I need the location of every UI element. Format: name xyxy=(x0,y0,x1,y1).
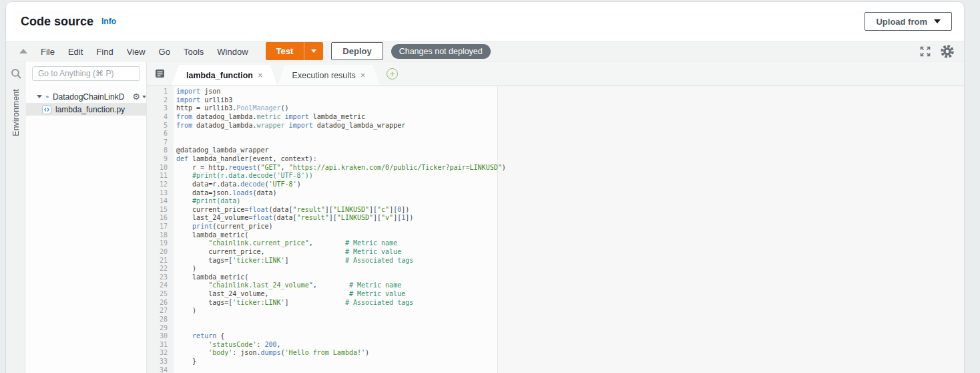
line-number: 1 xyxy=(147,88,168,96)
test-split-button[interactable]: Test xyxy=(266,42,324,60)
line-number: 15 xyxy=(147,206,168,215)
code-line[interactable]: last_24_volume, # Metric value xyxy=(176,290,964,299)
panel-header: Code source Info Upload from xyxy=(6,2,964,41)
menu-item-edit[interactable]: Edit xyxy=(61,47,89,57)
tree-expand-caret-icon[interactable] xyxy=(37,95,42,98)
line-number: 8 xyxy=(147,146,168,155)
code-line[interactable]: "chainlink.last_24_volume", # Metric nam… xyxy=(176,281,964,290)
code-line[interactable]: ) xyxy=(176,307,964,316)
line-number: 22 xyxy=(147,265,168,273)
tab-close-icon[interactable]: × xyxy=(360,70,366,80)
code-line[interactable]: 'body': json.dumps('Hello from Lambda!') xyxy=(176,349,964,358)
code-line[interactable]: def lambda_handler(event, context): xyxy=(176,155,964,164)
file-name[interactable]: lambda_function.py xyxy=(55,105,125,114)
settings-gear-icon[interactable] xyxy=(940,44,955,59)
tree-folder-row[interactable]: DatadogChainLinkD ⚙ xyxy=(26,90,146,103)
code-line[interactable]: lambda_metric( xyxy=(176,231,964,240)
collapse-panel-icon[interactable] xyxy=(19,49,27,53)
file-tree-panel: DatadogChainLinkD ⚙ lambda_function.py xyxy=(26,61,146,373)
code-line[interactable]: @datadog_lambda_wrapper xyxy=(176,146,964,155)
code-line[interactable]: 'statusCode': 200, xyxy=(176,341,964,350)
menu-item-view[interactable]: View xyxy=(120,47,152,57)
menu-item-tools[interactable]: Tools xyxy=(177,47,210,57)
menu-item-window[interactable]: Window xyxy=(210,47,254,57)
line-number: 28 xyxy=(147,316,168,324)
code-line[interactable]: current_price, # Metric value xyxy=(176,248,964,257)
chevron-down-icon xyxy=(311,49,316,53)
code-line[interactable] xyxy=(176,316,964,324)
code-line[interactable]: from datadog_lambda.wrapper import datad… xyxy=(176,122,964,130)
code-line[interactable]: "chainlink.current_price", # Metric name xyxy=(176,239,964,248)
menu-item-file[interactable]: File xyxy=(34,47,61,57)
line-number: 9 xyxy=(147,155,168,164)
code-area[interactable]: import jsonimport urllib3http = urllib3.… xyxy=(174,86,964,373)
code-line[interactable]: return { xyxy=(176,332,964,341)
code-line[interactable] xyxy=(176,324,964,333)
upload-from-label: Upload from xyxy=(876,17,927,27)
tab-execution-results[interactable]: Execution results× xyxy=(278,65,381,86)
code-line[interactable]: current_price=float(data["result"]["LINK… xyxy=(176,206,964,215)
menu-item-go[interactable]: Go xyxy=(152,47,177,57)
tab-list-icon[interactable] xyxy=(155,69,165,78)
line-number: 7 xyxy=(147,138,168,147)
code-line[interactable]: r = http.request("GET", "https://api.kra… xyxy=(176,164,964,172)
code-line[interactable] xyxy=(176,138,964,147)
code-line[interactable]: import json xyxy=(176,88,964,96)
code-lines: import jsonimport urllib3http = urllib3.… xyxy=(176,88,964,373)
code-source-panel: Code source Info Upload from FileEditFin… xyxy=(5,1,965,373)
line-number: 2 xyxy=(147,96,168,105)
line-number: 21 xyxy=(147,257,168,265)
new-tab-icon[interactable]: + xyxy=(387,68,398,80)
line-number: 30 xyxy=(147,332,168,341)
page-title: Code source xyxy=(21,15,93,29)
tree-file-row[interactable]: lambda_function.py xyxy=(26,103,146,116)
line-number: 31 xyxy=(147,341,168,350)
status-badge: Changes not deployed xyxy=(391,44,491,59)
line-number: 29 xyxy=(147,324,168,333)
code-line[interactable]: from datadog_lambda.metric import lambda… xyxy=(176,113,964,122)
code-line[interactable]: data=r.data.decode('UTF-8') xyxy=(176,180,964,189)
line-number: 25 xyxy=(147,290,168,299)
folder-settings-gear-icon[interactable]: ⚙ xyxy=(132,92,146,102)
line-number: 27 xyxy=(147,307,168,316)
gutter: 1234567891011121314151617181920212223242… xyxy=(147,86,174,373)
test-button[interactable]: Test xyxy=(266,42,304,60)
code-line[interactable]: } xyxy=(176,358,964,366)
folder-name[interactable]: DatadogChainLinkD xyxy=(53,92,124,102)
code-line[interactable]: lambda_metric( xyxy=(176,273,964,282)
code-line[interactable]: last_24_volume=float(data["result"]["LIN… xyxy=(176,214,964,223)
search-icon[interactable] xyxy=(11,68,22,80)
code-line[interactable]: import urllib3 xyxy=(176,96,964,105)
tab-close-icon[interactable]: × xyxy=(258,70,263,80)
code-line[interactable]: #print(r.data.decode('UTF-8')) xyxy=(176,172,964,180)
line-number: 16 xyxy=(147,214,168,223)
editor-menubar: FileEditFindViewGoToolsWindow Test Deplo… xyxy=(6,41,964,61)
fullscreen-icon[interactable] xyxy=(920,46,931,57)
code-editor[interactable]: 1234567891011121314151617181920212223242… xyxy=(147,86,964,373)
upload-from-button[interactable]: Upload from xyxy=(865,12,952,31)
line-number: 5 xyxy=(147,122,168,130)
deploy-button[interactable]: Deploy xyxy=(331,42,383,60)
menu-items: FileEditFindViewGoToolsWindow xyxy=(34,45,255,57)
line-number: 33 xyxy=(147,358,168,366)
tab-label: lambda_function xyxy=(186,71,253,80)
python-file-icon xyxy=(42,105,51,114)
code-line[interactable]: tags=['ticker:LINK'] # Associated tags xyxy=(176,257,964,265)
code-line[interactable] xyxy=(176,130,964,138)
test-dropdown-button[interactable] xyxy=(304,42,323,60)
environment-tab[interactable]: Environment xyxy=(11,89,21,136)
code-line[interactable]: print(current_price) xyxy=(176,223,964,231)
menu-item-find[interactable]: Find xyxy=(89,47,119,57)
line-number: 18 xyxy=(147,231,168,240)
line-number: 34 xyxy=(147,366,168,373)
code-line[interactable]: #print(data) xyxy=(176,197,964,206)
code-line[interactable] xyxy=(176,366,964,373)
code-line[interactable]: http = urllib3.PoolManager() xyxy=(176,104,964,113)
goto-anything-input[interactable] xyxy=(32,66,140,81)
tab-lambda_function[interactable]: lambda_function× xyxy=(172,65,278,86)
code-line[interactable]: data=json.loads(data) xyxy=(176,189,964,198)
code-line[interactable]: ) xyxy=(176,265,964,273)
code-line[interactable]: tags=['ticker:LINK'] # Associated tags xyxy=(176,299,964,307)
info-link[interactable]: Info xyxy=(101,17,116,26)
line-number: 20 xyxy=(147,248,168,257)
